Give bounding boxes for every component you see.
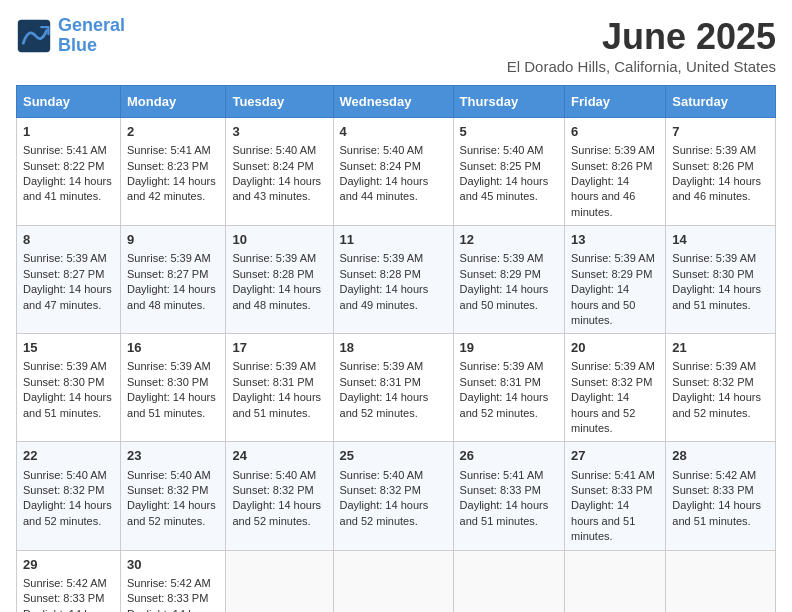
daylight-text: Daylight: 14 hours and 51 minutes.	[672, 498, 769, 529]
sunrise-text: Sunrise: 5:40 AM	[232, 468, 326, 483]
day-number: 21	[672, 339, 769, 357]
day-number: 2	[127, 123, 219, 141]
day-number: 3	[232, 123, 326, 141]
sunset-text: Sunset: 8:32 PM	[340, 483, 447, 498]
daylight-text: Daylight: 14 hours and 44 minutes.	[340, 174, 447, 205]
calendar-cell	[453, 550, 564, 612]
calendar-cell: 29Sunrise: 5:42 AMSunset: 8:33 PMDayligh…	[17, 550, 121, 612]
sunset-text: Sunset: 8:24 PM	[232, 159, 326, 174]
sunset-text: Sunset: 8:31 PM	[232, 375, 326, 390]
day-header-sunday: Sunday	[17, 86, 121, 118]
sunset-text: Sunset: 8:33 PM	[571, 483, 659, 498]
daylight-text: Daylight: 14 hours and 52 minutes.	[460, 390, 558, 421]
day-number: 26	[460, 447, 558, 465]
sunset-text: Sunset: 8:30 PM	[23, 375, 114, 390]
sunset-text: Sunset: 8:29 PM	[460, 267, 558, 282]
sunrise-text: Sunrise: 5:41 AM	[127, 143, 219, 158]
calendar-week-row: 22Sunrise: 5:40 AMSunset: 8:32 PMDayligh…	[17, 442, 776, 550]
day-number: 13	[571, 231, 659, 249]
sunrise-text: Sunrise: 5:39 AM	[571, 359, 659, 374]
sunset-text: Sunset: 8:32 PM	[23, 483, 114, 498]
sunrise-text: Sunrise: 5:40 AM	[127, 468, 219, 483]
calendar-cell: 11Sunrise: 5:39 AMSunset: 8:28 PMDayligh…	[333, 226, 453, 334]
sunrise-text: Sunrise: 5:39 AM	[571, 251, 659, 266]
sunrise-text: Sunrise: 5:41 AM	[460, 468, 558, 483]
calendar-cell: 18Sunrise: 5:39 AMSunset: 8:31 PMDayligh…	[333, 334, 453, 442]
sunset-text: Sunset: 8:33 PM	[127, 591, 219, 606]
calendar-cell: 21Sunrise: 5:39 AMSunset: 8:32 PMDayligh…	[666, 334, 776, 442]
daylight-text: Daylight: 14 hours and 52 minutes.	[127, 498, 219, 529]
sunrise-text: Sunrise: 5:39 AM	[340, 251, 447, 266]
sunrise-text: Sunrise: 5:42 AM	[23, 576, 114, 591]
calendar-cell: 6Sunrise: 5:39 AMSunset: 8:26 PMDaylight…	[565, 118, 666, 226]
calendar-cell: 26Sunrise: 5:41 AMSunset: 8:33 PMDayligh…	[453, 442, 564, 550]
calendar-cell: 3Sunrise: 5:40 AMSunset: 8:24 PMDaylight…	[226, 118, 333, 226]
daylight-text: Daylight: 14 hours and 51 minutes.	[127, 390, 219, 421]
calendar-cell: 14Sunrise: 5:39 AMSunset: 8:30 PMDayligh…	[666, 226, 776, 334]
sunset-text: Sunset: 8:29 PM	[571, 267, 659, 282]
logo-line1: General	[58, 15, 125, 35]
sunset-text: Sunset: 8:26 PM	[571, 159, 659, 174]
calendar-cell: 24Sunrise: 5:40 AMSunset: 8:32 PMDayligh…	[226, 442, 333, 550]
day-number: 15	[23, 339, 114, 357]
day-number: 10	[232, 231, 326, 249]
day-number: 1	[23, 123, 114, 141]
daylight-text: Daylight: 14 hours and 43 minutes.	[232, 174, 326, 205]
day-number: 18	[340, 339, 447, 357]
day-number: 27	[571, 447, 659, 465]
sunrise-text: Sunrise: 5:39 AM	[127, 359, 219, 374]
calendar-cell: 16Sunrise: 5:39 AMSunset: 8:30 PMDayligh…	[121, 334, 226, 442]
day-number: 29	[23, 556, 114, 574]
sunrise-text: Sunrise: 5:40 AM	[232, 143, 326, 158]
sunset-text: Sunset: 8:28 PM	[340, 267, 447, 282]
daylight-text: Daylight: 14 hours and 51 minutes.	[232, 390, 326, 421]
calendar-cell: 30Sunrise: 5:42 AMSunset: 8:33 PMDayligh…	[121, 550, 226, 612]
sunset-text: Sunset: 8:31 PM	[460, 375, 558, 390]
calendar-cell	[333, 550, 453, 612]
daylight-text: Daylight: 14 hours and 52 minutes.	[340, 390, 447, 421]
day-header-saturday: Saturday	[666, 86, 776, 118]
daylight-text: Daylight: 14 hours and 52 minutes.	[340, 498, 447, 529]
calendar-cell: 10Sunrise: 5:39 AMSunset: 8:28 PMDayligh…	[226, 226, 333, 334]
calendar-cell: 19Sunrise: 5:39 AMSunset: 8:31 PMDayligh…	[453, 334, 564, 442]
calendar-cell: 17Sunrise: 5:39 AMSunset: 8:31 PMDayligh…	[226, 334, 333, 442]
day-number: 19	[460, 339, 558, 357]
calendar-week-row: 8Sunrise: 5:39 AMSunset: 8:27 PMDaylight…	[17, 226, 776, 334]
daylight-text: Daylight: 14 hours and 51 minutes.	[672, 282, 769, 313]
daylight-text: Daylight: 14 hours and 45 minutes.	[460, 174, 558, 205]
logo-icon	[16, 18, 52, 54]
daylight-text: Daylight: 14 hours and 49 minutes.	[340, 282, 447, 313]
sunset-text: Sunset: 8:27 PM	[23, 267, 114, 282]
daylight-text: Daylight: 14 hours and 50 minutes.	[571, 282, 659, 328]
sunrise-text: Sunrise: 5:39 AM	[232, 359, 326, 374]
calendar-cell: 4Sunrise: 5:40 AMSunset: 8:24 PMDaylight…	[333, 118, 453, 226]
day-header-tuesday: Tuesday	[226, 86, 333, 118]
calendar-cell: 8Sunrise: 5:39 AMSunset: 8:27 PMDaylight…	[17, 226, 121, 334]
daylight-text: Daylight: 14 hours and 42 minutes.	[127, 174, 219, 205]
calendar-cell: 5Sunrise: 5:40 AMSunset: 8:25 PMDaylight…	[453, 118, 564, 226]
daylight-text: Daylight: 14 hours and 52 minutes.	[571, 390, 659, 436]
day-header-wednesday: Wednesday	[333, 86, 453, 118]
day-number: 20	[571, 339, 659, 357]
sunset-text: Sunset: 8:32 PM	[232, 483, 326, 498]
sunrise-text: Sunrise: 5:42 AM	[672, 468, 769, 483]
calendar-week-row: 29Sunrise: 5:42 AMSunset: 8:33 PMDayligh…	[17, 550, 776, 612]
day-number: 16	[127, 339, 219, 357]
sunset-text: Sunset: 8:33 PM	[23, 591, 114, 606]
sunset-text: Sunset: 8:27 PM	[127, 267, 219, 282]
sunrise-text: Sunrise: 5:41 AM	[23, 143, 114, 158]
header: General Blue June 2025 El Dorado Hills, …	[16, 16, 776, 75]
sunrise-text: Sunrise: 5:39 AM	[571, 143, 659, 158]
sunset-text: Sunset: 8:25 PM	[460, 159, 558, 174]
day-header-friday: Friday	[565, 86, 666, 118]
sunset-text: Sunset: 8:32 PM	[672, 375, 769, 390]
day-number: 8	[23, 231, 114, 249]
sunrise-text: Sunrise: 5:39 AM	[127, 251, 219, 266]
daylight-text: Daylight: 14 hours and 52 minutes.	[672, 390, 769, 421]
daylight-text: Daylight: 14 hours and 52 minutes.	[23, 498, 114, 529]
sunset-text: Sunset: 8:26 PM	[672, 159, 769, 174]
calendar-cell: 2Sunrise: 5:41 AMSunset: 8:23 PMDaylight…	[121, 118, 226, 226]
calendar-cell: 27Sunrise: 5:41 AMSunset: 8:33 PMDayligh…	[565, 442, 666, 550]
day-number: 24	[232, 447, 326, 465]
calendar-subtitle: El Dorado Hills, California, United Stat…	[507, 58, 776, 75]
